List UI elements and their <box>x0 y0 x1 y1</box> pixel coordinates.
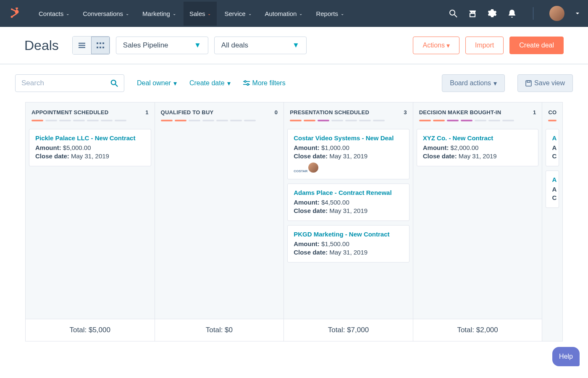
stage-dash <box>59 120 71 121</box>
column-count: 3 <box>404 109 407 116</box>
svg-rect-13 <box>97 47 98 48</box>
create-date-label: Create date <box>189 79 225 87</box>
save-view-button[interactable]: Save view <box>517 74 573 92</box>
deal-card-title: Adams Place - Contract Renewal <box>294 189 403 196</box>
deal-card[interactable]: Adams Place - Contract RenewalAmount: $4… <box>287 184 410 221</box>
marketplace-icon[interactable] <box>468 9 477 18</box>
svg-rect-14 <box>100 47 101 48</box>
deal-amount: Amount: $4,500.00 <box>294 199 403 206</box>
stage-dash <box>373 120 385 121</box>
deal-card-title: Pickle Palace LLC - New Contract <box>35 134 145 142</box>
gear-icon[interactable] <box>488 9 497 18</box>
avatar[interactable] <box>549 6 564 21</box>
stage-dash <box>345 120 357 121</box>
column-total: Total: $7,000 <box>284 319 413 341</box>
svg-rect-22 <box>526 81 531 86</box>
svg-point-1 <box>11 16 13 18</box>
page-title: Deals <box>24 38 59 53</box>
more-filters-label: More filters <box>252 79 286 87</box>
nav-item-label: Contacts <box>39 10 63 17</box>
nav-item-reports[interactable]: Reports⌄ <box>310 2 350 26</box>
chevron-down-icon: ▾ <box>227 79 231 87</box>
filter-bar: Search Deal owner ▾ Create date ▾ More f… <box>0 64 588 102</box>
deal-card[interactable]: PKGD Marketing - New ContractAmount: $1,… <box>287 225 410 262</box>
stage-dash <box>189 120 200 121</box>
nav-item-label: Automation <box>265 10 297 17</box>
nav-item-label: Service <box>224 10 245 17</box>
deal-close-date: Close date: May 31, 2019 <box>294 152 403 160</box>
nav-item-conversations[interactable]: Conversations⌄ <box>77 2 135 26</box>
stage-dash <box>202 120 214 121</box>
svg-rect-12 <box>102 42 104 44</box>
stage-dash <box>216 120 228 121</box>
board-actions-button[interactable]: Board actions ▾ <box>442 74 505 92</box>
stage-dash <box>244 120 256 121</box>
stage-dash <box>45 120 57 121</box>
sliders-icon <box>243 80 250 86</box>
chevron-down-icon: ▼ <box>292 41 299 50</box>
stage-dash <box>115 120 126 121</box>
stage-dash <box>161 120 173 121</box>
create-deal-button[interactable]: Create deal <box>509 37 564 54</box>
deal-card[interactable]: AAC <box>546 171 559 208</box>
list-view-button[interactable] <box>73 37 91 54</box>
stage-dash <box>502 120 514 121</box>
deal-card-title: A <box>552 134 553 142</box>
nav-items: Contacts⌄Conversations⌄Marketing⌄Sales⌄S… <box>33 2 350 26</box>
stage-dash <box>488 120 500 121</box>
deal-card[interactable]: AAC <box>546 129 559 166</box>
pipeline-select-label: Sales Pipeline <box>123 41 168 50</box>
stage-dash <box>87 120 99 121</box>
deal-card[interactable]: Pickle Palace LLC - New ContractAmount: … <box>29 129 151 166</box>
hubspot-logo-icon <box>8 8 20 19</box>
deal-amount: Amount: $1,500.00 <box>294 240 403 247</box>
column-title: DECISION MAKER BOUGHT-IN <box>419 109 501 116</box>
deal-card-title: XYZ Co. - New Contract <box>423 134 533 142</box>
board-column: DECISION MAKER BOUGHT-IN1XYZ Co. - New C… <box>413 102 542 341</box>
nav-item-service[interactable]: Service⌄ <box>218 2 257 26</box>
nav-item-contacts[interactable]: Contacts⌄ <box>33 2 75 26</box>
deal-card[interactable]: XYZ Co. - New ContractAmount: $2,000.00C… <box>417 129 539 166</box>
stage-dash <box>433 120 445 121</box>
stage-dash <box>359 120 371 121</box>
nav-item-label: Conversations <box>83 10 123 17</box>
account-chevron-icon[interactable] <box>575 11 580 16</box>
deal-owner-filter[interactable]: Deal owner ▾ <box>137 79 177 87</box>
import-button[interactable]: Import <box>465 37 504 54</box>
search-icon <box>110 79 118 87</box>
board-view-button[interactable] <box>91 37 110 54</box>
nav-divider <box>533 7 533 20</box>
stage-dash <box>230 120 242 121</box>
bell-icon[interactable] <box>508 9 516 18</box>
search-input[interactable]: Search <box>15 74 124 92</box>
board-column: QUALIFIED TO BUY0Total: $0 <box>155 102 284 341</box>
svg-point-4 <box>450 10 455 15</box>
chevron-down-icon: ⌄ <box>66 11 69 16</box>
deal-close-date: Close date: May 31, 2019 <box>423 152 533 160</box>
actions-button[interactable]: Actions ▾ <box>413 37 459 54</box>
deal-card[interactable]: Costar Video Systems - New DealAmount: $… <box>287 129 410 179</box>
svg-point-2 <box>11 8 13 10</box>
nav-item-sales[interactable]: Sales⌄ <box>184 2 217 26</box>
nav-item-automation[interactable]: Automation⌄ <box>259 2 309 26</box>
column-title: APPOINTMENT SCHEDULED <box>32 109 108 116</box>
column-title: PRESENTATION SCHEDULED <box>290 109 369 116</box>
deal-card-title: A <box>552 176 553 183</box>
board-column: PRESENTATION SCHEDULED3Costar Video Syst… <box>284 102 413 341</box>
help-button[interactable]: Help <box>552 347 580 366</box>
nav-item-label: Reports <box>316 10 338 17</box>
nav-item-label: Sales <box>189 10 205 17</box>
more-filters-button[interactable]: More filters <box>243 79 286 87</box>
svg-line-17 <box>116 84 118 87</box>
stage-dash <box>461 120 472 121</box>
scope-select[interactable]: All deals ▼ <box>214 37 307 54</box>
column-count: 1 <box>145 109 148 116</box>
chevron-down-icon: ⌄ <box>341 11 344 16</box>
save-view-label: Save view <box>534 79 565 87</box>
scope-select-label: All deals <box>221 41 248 50</box>
search-icon[interactable] <box>449 9 457 18</box>
board-actions-label: Board actions <box>450 79 491 87</box>
nav-item-marketing[interactable]: Marketing⌄ <box>136 2 182 26</box>
create-date-filter[interactable]: Create date ▾ <box>189 79 231 87</box>
pipeline-select[interactable]: Sales Pipeline ▼ <box>116 37 208 54</box>
